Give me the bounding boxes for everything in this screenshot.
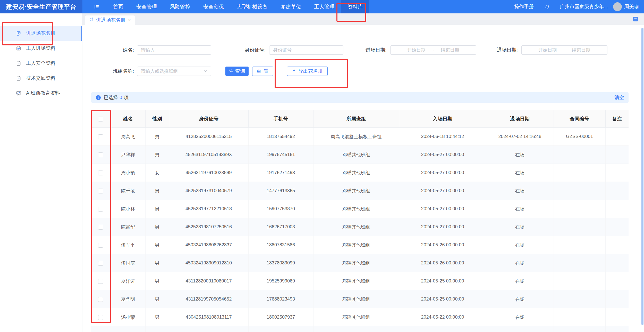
cell: [605, 128, 629, 146]
row-checkbox[interactable]: [98, 134, 103, 139]
select-all-checkbox[interactable]: [98, 117, 103, 122]
cell: 陈富华: [111, 218, 145, 236]
sidebar-item-label: AI班前教育资料: [26, 90, 60, 96]
cell: 14777613365: [248, 182, 313, 200]
cell: GZSS-00001: [554, 128, 605, 146]
row-checkbox[interactable]: [98, 297, 103, 302]
nav-item-4[interactable]: 大型机械设备: [230, 0, 274, 13]
vertical-scrollbar[interactable]: [641, 28, 643, 325]
row-checkbox[interactable]: [98, 225, 103, 230]
header-cell-5: 入场日期: [399, 110, 486, 128]
tab-roster[interactable]: 进退场花名册 ×: [85, 15, 135, 25]
entry-date-start[interactable]: 开始日期: [407, 47, 426, 53]
export-roster-button[interactable]: 导出花名册: [287, 67, 328, 76]
row-checkbox[interactable]: [98, 261, 103, 266]
row-checkbox[interactable]: [98, 207, 103, 212]
project-selector[interactable]: 广州市国家级青少年...: [560, 3, 608, 10]
sidebar-item-3[interactable]: 技术交底资料: [0, 71, 82, 86]
nav-item-0[interactable]: 首页: [107, 0, 130, 13]
selection-suffix: 项: [124, 94, 129, 101]
cell: [554, 272, 605, 290]
notification-bell-icon[interactable]: [545, 4, 550, 10]
table-row: 夏洋涛男43112820031006001719525999069邓瑶其他班组2…: [91, 272, 629, 290]
cell: 2024-05-27 00:00:00: [399, 200, 486, 218]
cell: 在场: [486, 290, 554, 308]
row-checkbox[interactable]: [98, 315, 103, 320]
filter-row-2: 班组名称: 请输入或选择班组 查询: [82, 67, 644, 76]
sidebar-item-1[interactable]: 工人进场资料: [0, 41, 82, 56]
table-row: 周高飞男41282520000611531518137554492周高飞混凝土模…: [91, 128, 629, 146]
cell: [605, 308, 629, 326]
roster-table: 姓名性别身份证号手机号所属班组入场日期退场日期合同编号备注 周高飞男412825…: [91, 110, 629, 332]
cell: 在场: [486, 326, 554, 332]
menu-fold-icon[interactable]: [94, 4, 99, 10]
cell: 2024-05-26 00:00:00: [399, 254, 486, 272]
nav-item-3[interactable]: 安全创优: [197, 0, 230, 13]
cell: [605, 326, 629, 332]
search-button[interactable]: 查询: [225, 67, 249, 76]
id-card-input[interactable]: 身份证号: [269, 45, 343, 55]
sidebar-item-2[interactable]: 工人安全资料: [0, 56, 82, 71]
entry-date-end[interactable]: 结束日期: [441, 47, 459, 53]
cell: [605, 164, 629, 182]
row-checkbox-cell: [91, 164, 111, 182]
nav-item-7[interactable]: 资料库: [341, 0, 369, 13]
nav-item-1[interactable]: 安全管理: [130, 0, 163, 13]
nav-item-2[interactable]: 风险管控: [163, 0, 197, 13]
cell: 2024-05-27 00:00:00: [399, 146, 486, 164]
cell: [554, 236, 605, 254]
cell: 邓瑶其他班组: [313, 146, 399, 164]
cell: 19978745161: [248, 146, 313, 164]
cell: 2024-05-26 00:00:00: [399, 236, 486, 254]
cell: 16626717003: [248, 218, 313, 236]
cell: 在场: [486, 272, 554, 290]
selection-prefix: 已选择: [104, 94, 118, 101]
sidebar-item-0[interactable]: 进退场花名册: [0, 26, 82, 41]
exit-date-range-input[interactable]: 开始日期 ~ 结束日期: [521, 45, 607, 55]
export-roster-label: 导出花名册: [298, 68, 323, 75]
nav-item-5[interactable]: 参建单位: [274, 0, 308, 13]
tab-list-icon[interactable]: [633, 17, 638, 22]
tab-close-icon[interactable]: ×: [128, 17, 131, 23]
header-cell-2: 身份证号: [169, 110, 248, 128]
header-cell-6: 退场日期: [486, 110, 554, 128]
entry-date-range-input[interactable]: 开始日期 ~ 结束日期: [390, 45, 476, 55]
nav-item-6[interactable]: 工人管理: [308, 0, 341, 13]
avatar[interactable]: [613, 2, 622, 11]
cell: 邓瑶其他班组: [313, 254, 399, 272]
cell: 夏洋涛: [111, 272, 145, 290]
cell: 18002507937: [248, 308, 313, 326]
document-icon: [16, 76, 21, 81]
header-cell-0: 姓名: [111, 110, 145, 128]
sidebar-item-4[interactable]: AI班前教育资料: [0, 86, 82, 101]
cell: 452528197712210518: [169, 200, 248, 218]
cell: 男: [145, 308, 169, 326]
reset-button[interactable]: 重 置: [252, 67, 273, 76]
team-select[interactable]: 请输入或选择班组: [137, 67, 211, 76]
calendar-card-icon: [16, 46, 21, 51]
username[interactable]: 周美瑜: [624, 3, 639, 10]
exit-date-start[interactable]: 开始日期: [538, 47, 557, 53]
cell: [605, 272, 629, 290]
table-row: 汤小荣男43042519810801311718002507937邓瑶其他班组2…: [91, 308, 629, 326]
clear-selection-link[interactable]: 清空: [615, 94, 624, 101]
header-cell-7: 合同编号: [554, 110, 605, 128]
row-checkbox[interactable]: [98, 152, 103, 157]
row-checkbox[interactable]: [98, 189, 103, 193]
row-checkbox[interactable]: [98, 279, 103, 284]
cell: 伍国庆: [111, 254, 145, 272]
cell: 男: [145, 272, 169, 290]
table-row: 尹华祥男45263119710518389X19978745161邓瑶其他班组2…: [91, 146, 629, 164]
cell: 周高飞混凝土模板工班组: [313, 128, 399, 146]
cell: 在场: [486, 218, 554, 236]
refresh-icon[interactable]: [89, 17, 94, 23]
exit-date-end[interactable]: 结束日期: [572, 47, 590, 53]
row-checkbox[interactable]: [98, 171, 103, 175]
name-input[interactable]: 请输入: [137, 45, 211, 55]
manual-link[interactable]: 操作手册: [514, 3, 534, 10]
cell: 2024-05-25 00:00:00: [399, 272, 486, 290]
row-checkbox[interactable]: [98, 243, 103, 248]
cell: 在场: [486, 164, 554, 182]
cell: [605, 200, 629, 218]
table-row: 陈千敬男45252819731004057914777613365邓瑶其他班组2…: [91, 182, 629, 200]
